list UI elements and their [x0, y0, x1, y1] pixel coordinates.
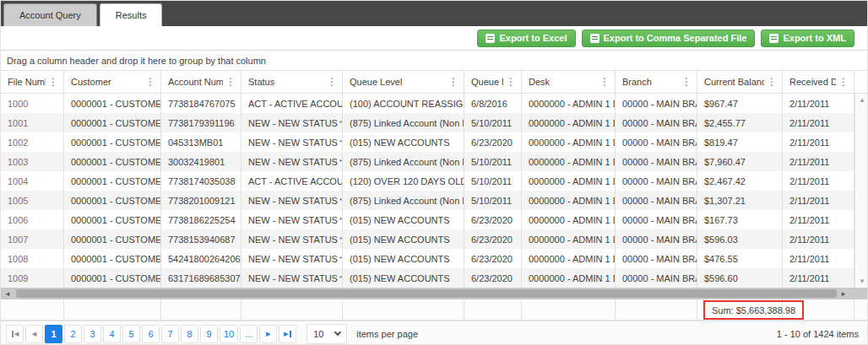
table-row[interactable]: 10020000001 - CUSTOMER ONE045313MB01NEW … — [1, 132, 868, 152]
table-cell: 0000001 - CUSTOMER ONE — [64, 152, 161, 171]
table-cell: $7,960.47 — [697, 152, 783, 171]
column-menu-icon[interactable]: ⋮ — [679, 76, 694, 88]
table-row[interactable]: 10070000001 - CUSTOMER ONE7738153940687N… — [1, 229, 868, 249]
page-button-2[interactable]: 2 — [64, 325, 82, 343]
column-menu-icon[interactable]: ⋮ — [324, 76, 339, 88]
export-to-xml-button[interactable]: Export to XML — [761, 30, 854, 47]
column-menu-icon[interactable]: ⋮ — [446, 76, 461, 88]
column-menu-icon[interactable]: ⋮ — [143, 76, 158, 88]
tab-account-query[interactable]: Account Query — [3, 3, 97, 26]
footer-cell — [616, 299, 697, 320]
table-cell: 2/11/2011 — [783, 152, 854, 171]
file-number-cell[interactable]: 1004 — [1, 171, 64, 191]
table-cell: (015) NEW ACCOUNTS — [343, 210, 464, 229]
column-header-file-number[interactable]: File Number⋮ — [1, 71, 64, 93]
table-cell: (015) NEW ACCOUNTS — [343, 229, 464, 249]
file-number-cell[interactable]: 1003 — [1, 152, 64, 171]
horizontal-scroll-thumb[interactable] — [16, 289, 837, 298]
page-button-9[interactable]: 9 — [200, 325, 218, 343]
export-to-excel-button[interactable]: Export to Excel — [477, 30, 575, 47]
scroll-down-icon[interactable]: ▾ — [860, 278, 865, 285]
first-page-button[interactable]: ◂ — [6, 325, 24, 343]
table-cell: 5424180026420601 — [161, 249, 241, 268]
column-header-label: Customer — [71, 77, 111, 87]
file-number-cell[interactable]: 1005 — [1, 191, 64, 210]
last-page-button[interactable]: ▸ — [279, 325, 296, 343]
table-row[interactable]: 10040000001 - CUSTOMER ONE7738174035038A… — [1, 171, 868, 191]
page-button-1[interactable]: 1 — [45, 325, 62, 343]
column-menu-icon[interactable]: ⋮ — [46, 76, 61, 88]
table-cell: NEW - NEW STATUS** — [241, 210, 343, 229]
column-header-queue-date[interactable]: Queue Date⋮ — [464, 71, 522, 93]
file-number-cell[interactable]: 1002 — [1, 132, 64, 152]
previous-page-button[interactable]: ◂ — [25, 325, 43, 343]
file-number-cell[interactable]: 1006 — [1, 210, 64, 229]
column-menu-icon[interactable]: ⋮ — [764, 76, 779, 88]
column-header-account-number[interactable]: Account Number⋮ — [161, 71, 241, 93]
table-cell: $476.55 — [697, 249, 783, 268]
horizontal-scrollbar[interactable]: ◂ ▸ — [1, 288, 868, 299]
table-row[interactable]: 10010000001 - CUSTOMER ONE7738179391196N… — [1, 113, 868, 132]
tab-results[interactable]: Results — [100, 3, 163, 26]
page-button-7[interactable]: 7 — [161, 325, 179, 343]
export-to-csv-label: Export to Comma Separated File — [604, 33, 747, 43]
page-number-buttons: 12345678910... — [45, 325, 258, 343]
table-cell: 7738174035038 — [161, 171, 241, 191]
page-size-value: 10 — [313, 329, 323, 339]
export-to-xml-label: Export to XML — [783, 33, 846, 43]
page-button-3[interactable]: 3 — [84, 325, 101, 343]
table-cell: NEW - NEW STATUS** — [241, 249, 343, 268]
table-row[interactable]: 10050000001 - CUSTOMER ONE7738201009121N… — [1, 191, 868, 210]
page-button-6[interactable]: 6 — [142, 325, 160, 343]
column-header-label: Branch — [622, 77, 652, 87]
table-cell: 2/11/2011 — [783, 229, 854, 249]
column-header-label: Received Date — [789, 77, 836, 87]
table-row[interactable]: 10000000001 - CUSTOMER ONE7738184767075A… — [1, 94, 868, 113]
column-menu-icon[interactable]: ⋮ — [223, 76, 238, 88]
column-header-status[interactable]: Status⋮ — [241, 71, 343, 93]
scroll-left-icon[interactable]: ◂ — [1, 288, 14, 299]
group-drop-zone[interactable]: Drag a column header and drop it here to… — [1, 51, 867, 71]
export-to-csv-button[interactable]: Export to Comma Separated File — [582, 30, 756, 47]
tab-account-query-label: Account Query — [19, 10, 81, 20]
page-button-8[interactable]: 8 — [181, 325, 198, 343]
vertical-scrollbar[interactable]: ▴ ▾ — [854, 94, 868, 288]
table-cell: 0000001 - CUSTOMER ONE — [64, 210, 161, 229]
column-menu-icon[interactable]: ⋮ — [503, 76, 518, 88]
page-button-5[interactable]: 5 — [122, 325, 140, 343]
column-menu-icon[interactable]: ⋮ — [836, 76, 851, 88]
more-pages-button[interactable]: ... — [240, 325, 258, 343]
column-header-current-balance[interactable]: Current Balance⋮ — [697, 71, 783, 93]
table-row[interactable]: 10090000001 - CUSTOMER ONE63171689685307… — [1, 268, 868, 288]
column-header-customer[interactable]: Customer⋮ — [64, 71, 161, 93]
page-button-10[interactable]: 10 — [220, 325, 238, 343]
previous-page-icon: ◂ — [32, 328, 37, 339]
file-number-cell[interactable]: 1001 — [1, 113, 64, 132]
table-cell: NEW - NEW STATUS** — [241, 191, 343, 210]
column-menu-icon[interactable]: ⋮ — [597, 76, 612, 88]
column-header-desk[interactable]: Desk⋮ — [522, 71, 616, 93]
table-cell: 30032419801 — [161, 152, 241, 171]
scroll-right-icon[interactable]: ▸ — [837, 288, 850, 299]
grid-footer-row: Sum: $5,663,388.98 — [1, 299, 868, 321]
column-header-queue-level[interactable]: Queue Level⋮ — [343, 71, 464, 93]
column-header-received-date[interactable]: Received Date⋮ — [783, 71, 854, 93]
table-cell: (875) Linked Account (Non Driver) — [343, 113, 464, 132]
page-size-dropdown[interactable]: 10 — [307, 324, 347, 344]
table-row[interactable]: 10060000001 - CUSTOMER ONE7738186225254N… — [1, 210, 868, 229]
file-number-cell[interactable]: 1009 — [1, 268, 64, 288]
scroll-up-icon[interactable]: ▴ — [860, 96, 865, 104]
file-number-cell[interactable]: 1008 — [1, 249, 64, 268]
table-cell: 7738201009121 — [161, 191, 241, 210]
table-cell: 0000000 - ADMIN 1 DESK — [522, 94, 616, 113]
file-number-cell[interactable]: 1007 — [1, 229, 64, 249]
column-header-branch[interactable]: Branch⋮ — [616, 71, 697, 93]
page-button-4[interactable]: 4 — [103, 325, 121, 343]
next-page-button[interactable]: ▸ — [259, 325, 277, 343]
table-row[interactable]: 10030000001 - CUSTOMER ONE30032419801NEW… — [1, 152, 868, 171]
table-row[interactable]: 10080000001 - CUSTOMER ONE54241800264206… — [1, 249, 868, 268]
file-number-cell[interactable]: 1000 — [1, 94, 64, 113]
last-page-arrow-icon: ▸ — [284, 328, 289, 339]
table-cell: $2,467.42 — [697, 171, 783, 191]
xml-file-icon — [769, 34, 778, 43]
